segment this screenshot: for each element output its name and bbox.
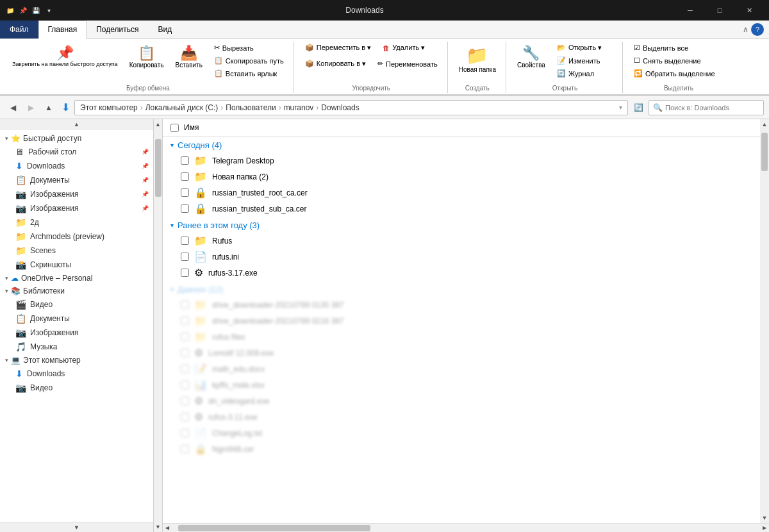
pin-icon[interactable]: 📌 xyxy=(18,5,28,15)
sidebar-item-video[interactable]: 🎬 Видео xyxy=(0,297,154,312)
sidebar-scroll-down-btn[interactable]: ▼ xyxy=(154,522,162,532)
list-item[interactable]: 📁 Rufus xyxy=(163,233,760,249)
item-checkbox[interactable] xyxy=(181,188,189,197)
select-all-checkbox[interactable] xyxy=(170,124,179,132)
edit-button[interactable]: 📝 Изменить xyxy=(552,54,606,67)
copy-path-button[interactable]: 📋 Скопировать путь xyxy=(210,54,288,67)
sidebar-item-downloads2[interactable]: ⬇ Downloads xyxy=(0,367,154,381)
sidebar-scroll-down[interactable]: ▼ xyxy=(0,522,153,532)
item-checkbox[interactable] xyxy=(181,253,189,261)
content-scroll-down[interactable]: ▼ xyxy=(760,513,769,523)
save-icon[interactable]: 💾 xyxy=(31,5,41,15)
item-checkbox[interactable] xyxy=(181,413,189,421)
sidebar-item-images3[interactable]: 📷 Изображения xyxy=(0,326,154,340)
item-checkbox[interactable] xyxy=(181,397,189,405)
item-checkbox[interactable] xyxy=(181,204,189,213)
path-users[interactable]: Пользователи xyxy=(226,103,276,112)
path-this-pc[interactable]: Этот компьютер xyxy=(80,103,138,112)
properties-button[interactable]: 🔧 Свойства xyxy=(513,42,550,88)
item-checkbox[interactable] xyxy=(181,365,189,373)
list-item[interactable]: 📁 Telegram Desktop xyxy=(163,153,760,169)
path-downloads[interactable]: Downloads xyxy=(321,103,359,112)
sidebar-item-screenshots[interactable]: 📸 Скриншоты xyxy=(0,258,154,272)
sidebar-item-images1[interactable]: 📷 Изображения 📌 xyxy=(0,187,154,201)
pin-button[interactable]: 📌 Закрепить на панели быстрого доступа xyxy=(8,42,122,88)
path-local-disk[interactable]: Локальный диск (C:) xyxy=(145,103,219,112)
tab-file[interactable]: Файл xyxy=(0,21,38,38)
list-item[interactable]: 📄 ChangeLog.txt xyxy=(163,425,760,441)
item-checkbox[interactable] xyxy=(181,237,189,245)
history-button[interactable]: 🔄 Журнал xyxy=(552,67,606,79)
item-checkbox[interactable] xyxy=(181,156,189,165)
sidebar-item-downloads[interactable]: ⬇ Downloads 📌 xyxy=(0,159,154,173)
close-button[interactable]: ✕ xyxy=(734,0,764,21)
list-item[interactable]: 📁 drive_downloader-20210789 0135 387 xyxy=(163,297,760,313)
search-box[interactable]: 🔍 xyxy=(649,100,764,115)
invert-button[interactable]: 🔁 Обратить выделение xyxy=(629,67,720,79)
collapse-ribbon-icon[interactable]: ∧ xyxy=(743,25,748,34)
arrow-icon[interactable]: ▾ xyxy=(44,5,54,15)
list-item[interactable]: ⚙ rufus-3.11.exe xyxy=(163,409,760,425)
sidebar-header-libraries[interactable]: ▾ 📚 Библиотеки xyxy=(0,285,154,297)
address-path[interactable]: Этот компьютер › Локальный диск (C:) › П… xyxy=(74,100,628,115)
sidebar-header-this-pc[interactable]: ▾ 💻 Этот компьютер xyxy=(0,354,154,367)
list-item[interactable]: 🔒 russian_trusted_root_ca.cer xyxy=(163,185,760,201)
open-button[interactable]: 📂 Открыть ▾ xyxy=(552,42,606,54)
list-item[interactable]: ⚙ dri_videogard.exe xyxy=(163,393,760,409)
sidebar-header-onedrive[interactable]: ▾ ☁ OneDrive – Personal xyxy=(0,272,154,285)
sidebar-scroll-up-btn[interactable]: ▲ xyxy=(154,119,162,129)
file-group-today-header[interactable]: ▾ Сегодня (4) xyxy=(163,137,760,153)
paste-button[interactable]: 📥 Вставить xyxy=(170,42,206,88)
item-checkbox[interactable] xyxy=(181,333,189,341)
sidebar-item-images2[interactable]: 📷 Изображения 📌 xyxy=(0,201,154,215)
deselect-button[interactable]: ☐ Снять выделение xyxy=(629,54,720,67)
list-item[interactable]: 📁 drive_downloader-20210789 0216 387 xyxy=(163,313,760,329)
file-group-earlier-header[interactable]: ▾ Давнее (12) xyxy=(163,281,760,297)
sidebar-item-video2[interactable]: 📷 Видео xyxy=(0,381,154,395)
item-checkbox[interactable] xyxy=(181,429,189,437)
paste-shortcut-button[interactable]: 📋 Вставить ярлык xyxy=(210,67,288,79)
sidebar-item-2d[interactable]: 📁 2д xyxy=(0,215,154,229)
item-checkbox[interactable] xyxy=(181,349,189,357)
list-item[interactable]: 📊 kpffs_mide.xlsx xyxy=(163,377,760,393)
item-checkbox[interactable] xyxy=(181,172,189,181)
list-item[interactable]: 📝 math_edu.docx xyxy=(163,361,760,377)
list-item[interactable]: 🔒 russian_trusted_sub_ca.cer xyxy=(163,201,760,217)
up-button[interactable]: ▲ xyxy=(41,100,56,115)
copy-to-button[interactable]: 📦 Копировать в ▾ xyxy=(301,58,370,70)
item-checkbox[interactable] xyxy=(181,445,189,453)
refresh-button[interactable]: 🔄 xyxy=(631,100,646,115)
new-folder-button[interactable]: 📁 Новая папка xyxy=(454,42,500,84)
list-item[interactable]: 📁 Новая папка (2) xyxy=(163,169,760,185)
help-icon[interactable]: ? xyxy=(751,23,764,36)
sidebar-header-quick-access[interactable]: ▾ ⭐ Быстрый доступ xyxy=(0,132,154,145)
list-item[interactable]: 🔒 Ngm948.cer xyxy=(163,441,760,457)
item-checkbox[interactable] xyxy=(181,269,189,277)
sidebar-item-documents[interactable]: 📋 Документы 📌 xyxy=(0,173,154,187)
back-button[interactable]: ◀ xyxy=(5,100,21,115)
select-all-button[interactable]: ☑ Выделить все xyxy=(629,42,720,54)
maximize-button[interactable]: □ xyxy=(705,0,734,21)
sidebar-item-archmodels[interactable]: 📁 Archmodels (preview) xyxy=(0,229,154,244)
path-user[interactable]: muranov xyxy=(284,103,314,112)
file-group-year-header[interactable]: ▾ Ранее в этом году (3) xyxy=(163,217,760,233)
sidebar-item-desktop[interactable]: 🖥 Рабочий стол 📌 xyxy=(0,145,154,159)
sidebar-item-documents2[interactable]: 📋 Документы xyxy=(0,312,154,326)
h-scroll-left[interactable]: ◀ xyxy=(163,524,172,533)
tab-view[interactable]: Вид xyxy=(148,21,181,38)
list-item[interactable]: ⚙ Lomotif 12.009.exe xyxy=(163,345,760,361)
copy-button[interactable]: 📋 Копировать xyxy=(125,42,169,88)
content-scroll-up[interactable]: ▲ xyxy=(760,119,769,129)
tab-share[interactable]: Поделиться xyxy=(87,21,148,38)
list-item[interactable]: 📁 rufus files xyxy=(163,329,760,345)
item-checkbox[interactable] xyxy=(181,381,189,389)
minimize-button[interactable]: ─ xyxy=(675,0,705,21)
sidebar-item-music[interactable]: 🎵 Музыка xyxy=(0,340,154,354)
move-to-button[interactable]: 📦 Переместить в ▾ xyxy=(301,42,376,54)
item-checkbox[interactable] xyxy=(181,317,189,325)
sidebar-item-scenes[interactable]: 📁 Scenes xyxy=(0,244,154,258)
delete-button[interactable]: 🗑 Удалить ▾ xyxy=(378,42,429,54)
list-item[interactable]: ⚙ rufus-3.17.exe xyxy=(163,265,760,281)
cut-button[interactable]: ✂ Вырезать xyxy=(210,42,288,54)
rename-button[interactable]: ✏ Переименовать xyxy=(373,58,442,70)
